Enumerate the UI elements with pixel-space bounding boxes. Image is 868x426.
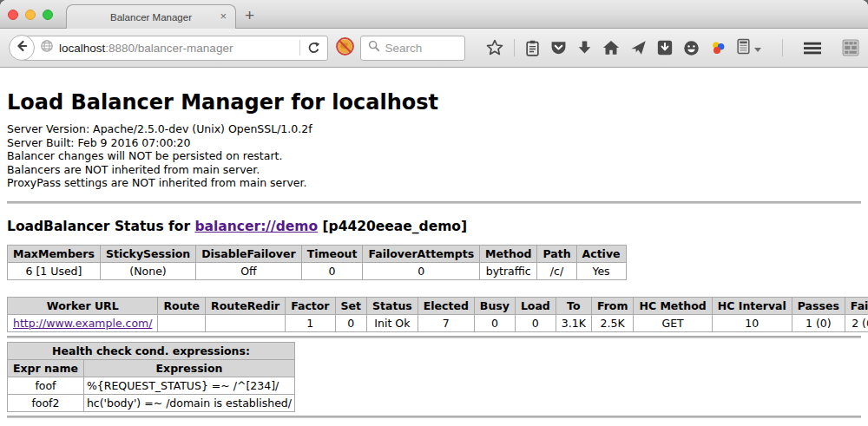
url-bar[interactable]: localhost:8880/balancer-manager (22, 36, 328, 61)
table-header-row: Expr nameExpression (8, 359, 295, 377)
downloads-arrow-icon[interactable] (577, 40, 592, 56)
column-header: HC Method (634, 297, 712, 314)
zoom-window-button[interactable] (43, 10, 53, 20)
send-plane-icon[interactable] (630, 40, 647, 56)
device-menu-button[interactable] (737, 38, 761, 58)
table-row: http://www.example.com/10Init Ok7003.1K2… (8, 314, 868, 331)
browser-window: Balancer Manager × + localhost:8880/bala… (0, 0, 868, 426)
download-box-icon[interactable] (657, 40, 673, 56)
page-title: Load Balancer Manager for localhost (7, 90, 861, 115)
back-arrow-icon (15, 39, 29, 56)
column-header: To (556, 297, 591, 314)
column-header: Factor (286, 297, 335, 314)
table-row: foof%{REQUEST_STATUS} =~ /^[234]/ (8, 377, 295, 394)
content-blocker-button[interactable] (335, 36, 355, 60)
column-header: Worker URL (8, 297, 158, 314)
inherit-notice-line: Balancers are NOT inherited from main se… (7, 163, 861, 177)
balancer-demo-link[interactable]: balancer://demo (194, 219, 318, 234)
table-cell: 0 (363, 262, 480, 279)
url-text[interactable]: localhost:8880/balancer-manager (59, 42, 294, 55)
table-cell: GET (634, 314, 712, 331)
navigation-toolbar: localhost:8880/balancer-manager Search (0, 29, 868, 68)
table-cell: Yes (576, 262, 626, 279)
server-built-line: Server Built: Feb 9 2016 07:00:20 (7, 136, 861, 150)
menu-hamburger-icon[interactable] (804, 42, 821, 55)
server-info: Server Version: Apache/2.5.0-dev (Unix) … (7, 122, 861, 190)
proxypass-notice-line: ProxyPass settings are NOT inherited fro… (7, 176, 861, 190)
column-header: HC Interval (712, 297, 792, 314)
reload-icon (307, 42, 320, 55)
reload-button[interactable] (306, 42, 327, 55)
column-header: Path (537, 245, 576, 262)
worker-status-table: Worker URLRouteRouteRedirFactorSetStatus… (7, 297, 868, 332)
toolbar-divider (782, 39, 783, 56)
clipboard-icon[interactable] (525, 40, 540, 56)
column-header: Fails (845, 297, 868, 314)
device-icon (737, 38, 750, 58)
table-cell: 0 (474, 314, 515, 331)
table-cell: 0 (515, 314, 556, 331)
dropdown-caret-icon (754, 40, 761, 56)
table-row: foof2hc('body') =~ /domain is establishe… (8, 394, 295, 411)
worker-url-link[interactable]: http://www.example.com/ (13, 317, 152, 330)
column-header: Busy (474, 297, 515, 314)
table-cell: foof2 (8, 394, 84, 411)
table-cell: 0 (335, 314, 366, 331)
tab-balancer-manager[interactable]: Balancer Manager × (66, 4, 236, 29)
table-cell: (None) (100, 262, 195, 279)
table-cell: 1 (0) (792, 314, 845, 331)
table-cell: foof (8, 377, 84, 394)
table-cell: 1 (286, 314, 335, 331)
back-button[interactable] (9, 35, 35, 61)
blocked-content-icon (335, 36, 355, 60)
table-row: 6 [1 Used](None)Off00bytraffic/c/Yes (8, 262, 627, 279)
column-header: Expression (83, 359, 294, 377)
status-heading-prefix: LoadBalancer Status for (7, 219, 194, 234)
table-header-row: Worker URLRouteRouteRedirFactorSetStatus… (8, 297, 868, 314)
table-cell (158, 314, 206, 331)
column-header: Elected (418, 297, 474, 314)
search-bar[interactable]: Search (360, 36, 466, 61)
home-icon[interactable] (602, 40, 620, 56)
table-header-row: MaxMembersStickySessionDisableFailoverTi… (8, 245, 627, 262)
minimize-window-button[interactable] (25, 10, 36, 20)
balancer-settings-table: MaxMembersStickySessionDisableFailoverTi… (7, 245, 627, 280)
search-placeholder: Search (385, 42, 423, 55)
title-bar: Balancer Manager × + (0, 0, 868, 29)
section-divider (7, 416, 861, 418)
table-caption: Health check cond. expressions: (8, 342, 295, 359)
tab-close-icon[interactable]: × (220, 10, 227, 23)
table-cell: 6 [1 Used] (8, 262, 101, 279)
new-tab-button[interactable]: + (245, 4, 254, 27)
server-version-line: Server Version: Apache/2.5.0-dev (Unix) … (7, 122, 861, 136)
close-window-button[interactable] (8, 10, 18, 20)
persist-notice-line: Balancer changes will NOT be persisted o… (7, 149, 861, 163)
column-header: Route (158, 297, 206, 314)
feedback-smiley-icon[interactable] (683, 40, 700, 56)
column-header: RouteRedir (206, 297, 286, 314)
site-globe-icon (40, 39, 54, 56)
table-cell (206, 314, 286, 331)
column-header: FailoverAttempts (363, 245, 480, 262)
colored-dots-icon[interactable] (710, 40, 727, 56)
balancer-status-heading: LoadBalancer Status for balancer://demo … (7, 219, 861, 234)
page-content: Load Balancer Manager for localhost Serv… (0, 68, 868, 426)
window-controls (8, 10, 53, 20)
table-cell: 10 (712, 314, 792, 331)
table-cell: %{REQUEST_STATUS} =~ /^[234]/ (83, 377, 294, 394)
status-heading-suffix: [p4420eeae_demo] (318, 219, 467, 234)
table-cell: 2 (0) (845, 314, 868, 331)
column-header: Status (367, 297, 418, 314)
column-header: From (591, 297, 634, 314)
column-header: Expr name (8, 359, 84, 377)
column-header: Passes (792, 297, 845, 314)
bookmark-star-icon[interactable] (486, 39, 503, 56)
table-cell: 3.1K (556, 314, 591, 331)
tiles-icon[interactable] (842, 39, 859, 56)
column-header: Set (335, 297, 366, 314)
toolbar-buttons (476, 38, 859, 58)
table-cell: Init Ok (367, 314, 418, 331)
pocket-icon[interactable] (550, 40, 567, 56)
url-domain: localhost (59, 42, 105, 55)
search-magnifier-icon (368, 40, 380, 56)
